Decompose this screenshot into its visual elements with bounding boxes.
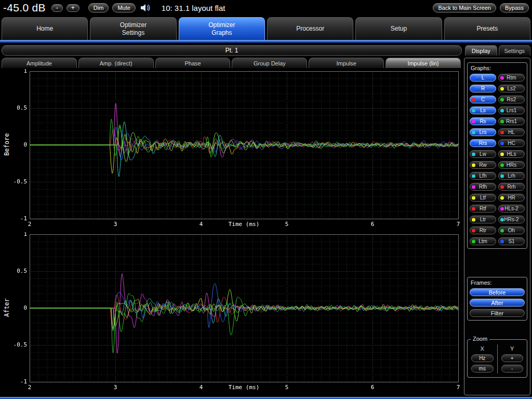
nav-underline (0, 40, 532, 43)
ltr-color-dot (472, 218, 475, 221)
tab-display[interactable]: Display (465, 45, 497, 56)
nav-tab-label: Processor (296, 25, 324, 32)
channel-label: Rrs (479, 140, 487, 146)
lrs-color-dot (472, 130, 475, 134)
channel-button-lrs1[interactable]: Lrs1 (498, 107, 525, 114)
nav-tab-home[interactable]: Home (2, 17, 88, 40)
channel-button-rrs[interactable]: Rrs (470, 139, 496, 147)
nav-tab-optimizer-graphs[interactable]: Optimizer Graphs (179, 17, 265, 40)
zoom-y-buttons: +- (501, 354, 524, 373)
channel-button-hls[interactable]: HLs (498, 150, 525, 158)
lrs1-color-dot (500, 109, 504, 112)
ls-color-dot (472, 109, 475, 112)
zoom-x-hz-button[interactable]: Hz (471, 354, 494, 362)
channel-button-ls[interactable]: Ls (470, 107, 496, 114)
channel-button-lfh[interactable]: Lfh (470, 172, 496, 180)
nav-tab-optimizer-settings[interactable]: Optimizer Settings (90, 17, 176, 40)
channel-button-rs[interactable]: Rs (470, 117, 496, 125)
after-axis-label: After (3, 298, 10, 317)
window-title: 10: 31.1 layout flat (162, 4, 225, 12)
bypass-button[interactable]: Bypass (500, 3, 529, 12)
graph-tab-impulse[interactable]: Impulse (309, 58, 384, 68)
channel-button-lw[interactable]: Lw (470, 150, 496, 158)
zoom-label: Zoom (471, 336, 489, 342)
c-color-dot (472, 98, 475, 101)
tab-settings[interactable]: Settings (499, 45, 531, 56)
channel-button-ltm[interactable]: Ltm (470, 237, 496, 245)
graph-tab-amp-direct[interactable]: Amp. (direct) (78, 58, 154, 68)
channel-button-hls-2[interactable]: HLs-2 (498, 205, 525, 212)
dim-button[interactable]: Dim (88, 3, 109, 12)
channel-button-hl[interactable]: HL (498, 128, 525, 136)
ls2-color-dot (500, 87, 504, 90)
channel-button-rw[interactable]: Rw (470, 161, 496, 169)
graph-type-tabs: AmplitudeAmp. (direct)PhaseGroup DelayIm… (2, 58, 461, 68)
channel-button-hrs-2[interactable]: HRs-2 (498, 216, 525, 223)
channel-label: HLs-2 (504, 206, 518, 211)
channel-button-oh[interactable]: Oh (498, 227, 525, 234)
channel-button-rfh[interactable]: Rfh (470, 183, 496, 191)
before-impulse-chart[interactable] (12, 69, 461, 231)
nav-tab-setup[interactable]: Setup (355, 17, 442, 40)
channel-button-rtf[interactable]: Rtf (470, 205, 496, 212)
volume-display: -45.0 dB (3, 2, 46, 14)
channel-label: S1 (508, 238, 514, 244)
graphs-column: AmplitudeAmp. (direct)PhaseGroup DelayIm… (2, 58, 461, 395)
zoom-x-header: X (481, 345, 484, 352)
hc-color-dot (500, 141, 504, 145)
channel-label: Rtf (480, 206, 486, 211)
channel-label: Ls2 (507, 86, 515, 91)
channel-button-c[interactable]: C (470, 96, 496, 103)
channel-button-l[interactable]: L (470, 74, 496, 82)
channel-label: HC (508, 140, 515, 146)
graph-tab-phase[interactable]: Phase (155, 58, 231, 68)
nav-tab-presets[interactable]: Presets (444, 17, 530, 40)
nav-tab-processor[interactable]: Processor (267, 17, 353, 40)
volume-minus-button[interactable]: - (51, 4, 63, 12)
channel-button-ls2[interactable]: Ls2 (498, 85, 525, 92)
frame-button-before[interactable]: Before (470, 288, 525, 296)
frame-button-filter[interactable]: Filter (470, 309, 525, 317)
channel-label: Lrs (480, 129, 487, 135)
rrs1-color-dot (500, 119, 504, 123)
channel-button-hrs[interactable]: HRs (498, 161, 525, 169)
r-color-dot (472, 87, 475, 90)
channel-label: R (481, 86, 485, 91)
back-to-main-button[interactable]: Back to Main Screen (433, 3, 496, 12)
channel-button-rtm[interactable]: Rtm (498, 74, 525, 82)
channel-button-rs2[interactable]: Rs2 (498, 96, 525, 103)
channel-button-ltr[interactable]: Ltr (470, 216, 496, 223)
channel-label: Oh (508, 228, 515, 233)
channel-button-hc[interactable]: HC (498, 139, 525, 147)
channel-label: Rs (480, 118, 486, 124)
zoom-y-plus-button[interactable]: + (501, 354, 524, 362)
volume-plus-button[interactable]: + (66, 4, 79, 12)
mute-button[interactable]: Mute (112, 3, 135, 12)
point-bar[interactable]: Pt. 1 (2, 45, 462, 56)
channel-button-rrh[interactable]: Rrh (498, 183, 525, 191)
channel-label: HL (508, 129, 515, 135)
after-impulse-chart[interactable] (12, 232, 461, 394)
channel-button-rrs1[interactable]: Rrs1 (498, 117, 525, 125)
sidebar-panel: Graphs: LRtmRLs2CRs2LsLrs1RsRrs1LrsHLRrs… (464, 58, 530, 395)
nav-tab-label: Optimizer Settings (111, 21, 155, 36)
after-axis-label-wrap: After (2, 232, 12, 383)
nav-tabs: HomeOptimizer SettingsOptimizer GraphsPr… (0, 16, 532, 40)
channel-button-rtr[interactable]: Rtr (470, 227, 496, 234)
channel-button-lrh[interactable]: Lrh (498, 172, 525, 180)
graph-tab-impulse-lin[interactable]: Impulse (lin) (385, 58, 461, 68)
graph-tab-group-delay[interactable]: Group Delay (232, 58, 307, 68)
zoom-y-minus-button[interactable]: - (501, 365, 524, 373)
speaker-icon[interactable] (140, 4, 151, 12)
channel-button-r[interactable]: R (470, 85, 496, 92)
channel-button-ltf[interactable]: Ltf (470, 194, 496, 202)
channel-button-hr[interactable]: HR (498, 194, 525, 202)
channel-label: Rfh (479, 184, 487, 190)
rs2-color-dot (500, 98, 504, 101)
zoom-x-ms-button[interactable]: ms (471, 365, 494, 373)
graph-tab-amplitude[interactable]: Amplitude (2, 58, 77, 68)
channel-label: Rs2 (507, 97, 516, 102)
frame-button-after[interactable]: After (470, 299, 525, 307)
channel-button-s1[interactable]: S1 (498, 237, 525, 245)
channel-button-lrs[interactable]: Lrs (470, 128, 496, 136)
